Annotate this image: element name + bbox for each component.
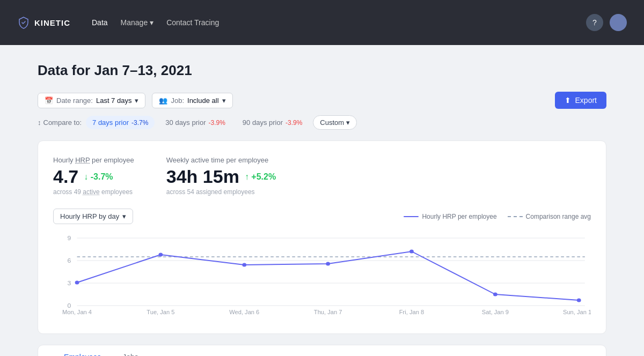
svg-text:Sat, Jan 9: Sat, Jan 9 (482, 309, 509, 315)
logo: KINETIC (17, 16, 70, 29)
nav-links: Data Manage ▾ Contact Tracing (92, 18, 219, 27)
chevron-down-icon: ▾ (122, 212, 126, 220)
svg-point-14 (493, 293, 497, 296)
metric-hrp: Hourly HRP per employee 4.7 ↓ -3.7% acro… (53, 156, 134, 196)
export-button[interactable]: ⬆ Export (555, 92, 606, 109)
svg-text:3: 3 (68, 280, 71, 286)
svg-text:Mon, Jan 4: Mon, Jan 4 (62, 309, 92, 315)
main-chart-card: Hourly HRP per employee 4.7 ↓ -3.7% acro… (38, 140, 606, 334)
compare-30days[interactable]: 30 days prior -3.9% (159, 116, 232, 129)
page-title: Data for Jan 7–13, 2021 (38, 62, 606, 79)
compare-90days-badge: -3.9% (286, 119, 302, 127)
navbar: KINETIC Data Manage ▾ Contact Tracing ? (0, 0, 644, 45)
compare-7days-badge: -3.7% (131, 119, 148, 127)
nav-data[interactable]: Data (92, 18, 108, 27)
chart-legend: Hourly HRP per employee Comparison range… (404, 213, 591, 220)
metric-active-time-label: Weekly active time per employee (166, 156, 276, 164)
svg-text:Tue, Jan 5: Tue, Jan 5 (147, 309, 174, 315)
calendar-icon: 📅 (45, 97, 53, 105)
svg-point-11 (242, 263, 246, 267)
arrows-icon: ↕ (38, 118, 41, 127)
svg-point-10 (159, 253, 163, 257)
bottom-card: Employees Jobs 📊 Individual Reports (38, 345, 606, 356)
svg-text:9: 9 (68, 235, 71, 241)
metric-active-time: Weekly active time per employee 34h 15m … (166, 156, 276, 196)
svg-text:Sun, Jan 10: Sun, Jan 10 (563, 309, 591, 315)
svg-text:Wed, Jan 6: Wed, Jan 6 (229, 309, 259, 315)
svg-point-15 (577, 299, 581, 302)
compare-custom[interactable]: Custom ▾ (313, 115, 357, 130)
chevron-down-icon: ▾ (346, 118, 350, 127)
svg-text:Fri, Jan 8: Fri, Jan 8 (399, 309, 425, 315)
metric-active-time-value: 34h 15m ↑ +5.2% (166, 166, 276, 187)
nav-right: ? (586, 14, 627, 31)
chevron-down-icon: ▾ (150, 18, 153, 27)
people-icon: 👥 (159, 97, 167, 105)
chevron-down-icon: ▾ (222, 97, 226, 105)
metric-active-time-sub: across 54 assigned employees (166, 188, 276, 196)
job-filter[interactable]: 👥 Job: Include all ▾ (152, 93, 232, 108)
logo-text: KINETIC (34, 18, 70, 27)
main-content: Data for Jan 7–13, 2021 📅 Date range: La… (16, 45, 628, 356)
compare-90days[interactable]: 90 days prior -3.9% (236, 116, 309, 129)
help-icon-button[interactable]: ? (586, 14, 603, 31)
metric-hrp-change: ↓ -3.7% (84, 172, 113, 182)
logo-icon (17, 16, 30, 29)
svg-point-9 (75, 281, 79, 285)
chart-controls: Hourly HRP by day ▾ Hourly HRP per emplo… (53, 209, 591, 224)
nav-manage[interactable]: Manage ▾ (121, 18, 154, 27)
compare-label: ↕ Compare to: (38, 118, 82, 127)
date-range-filter[interactable]: 📅 Date range: Last 7 days ▾ (38, 93, 145, 108)
job-label: Job: (171, 97, 184, 105)
tabs-row: Employees Jobs (38, 345, 606, 356)
metric-hrp-label: Hourly HRP per employee (53, 156, 134, 164)
compare-30days-badge: -3.9% (208, 119, 225, 127)
compare-row: ↕ Compare to: 7 days prior -3.7% 30 days… (38, 115, 606, 130)
tab-jobs[interactable]: Jobs (112, 345, 149, 356)
svg-text:6: 6 (68, 257, 71, 264)
compare-7days[interactable]: 7 days prior -3.7% (86, 116, 155, 129)
metric-hrp-value: 4.7 ↓ -3.7% (53, 166, 134, 187)
svg-point-13 (409, 250, 414, 254)
svg-text:Thu, Jan 7: Thu, Jan 7 (314, 309, 342, 315)
metrics-row: Hourly HRP per employee 4.7 ↓ -3.7% acro… (53, 156, 591, 196)
filters-row: 📅 Date range: Last 7 days ▾ 👥 Job: Inclu… (38, 92, 606, 109)
tab-employees[interactable]: Employees (53, 345, 112, 356)
chevron-down-icon: ▾ (135, 97, 138, 105)
nav-contact-tracing[interactable]: Contact Tracing (166, 18, 219, 27)
date-range-value: Last 7 days (96, 97, 132, 105)
legend-solid-line (404, 216, 419, 217)
chart-type-dropdown[interactable]: Hourly HRP by day ▾ (53, 209, 133, 224)
legend-solid: Hourly HRP per employee (404, 213, 496, 220)
svg-point-12 (326, 262, 330, 266)
job-value: Include all (187, 97, 219, 105)
user-avatar[interactable] (610, 14, 627, 31)
metric-hrp-sub: across 49 active employees (53, 188, 134, 196)
legend-dashed: Comparison range avg (508, 213, 591, 220)
metric-active-time-change: ↑ +5.2% (245, 172, 276, 182)
export-icon: ⬆ (565, 96, 571, 105)
svg-text:0: 0 (68, 302, 71, 309)
date-range-label: Date range: (56, 97, 93, 105)
legend-dashed-line (508, 216, 523, 217)
chart-svg: 9 6 3 0 Mon, Jan 4 Tu (53, 233, 591, 318)
chart-area: 9 6 3 0 Mon, Jan 4 Tu (53, 233, 591, 318)
